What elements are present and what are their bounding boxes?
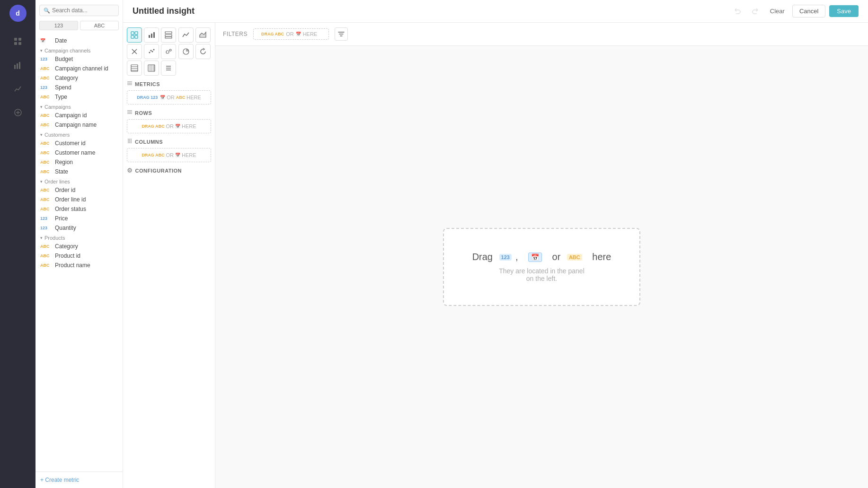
svg-rect-16 [165, 35, 172, 36]
sidebar-nav-chart[interactable] [8, 55, 28, 76]
list-item[interactable]: 123 Spend [35, 83, 123, 92]
list-item[interactable]: ABC Campaign id [35, 111, 123, 120]
sidebar-nav-add[interactable] [8, 102, 28, 123]
gear-icon: ⚙ [127, 167, 133, 174]
list-item[interactable]: ABC Region [35, 157, 123, 167]
badge-str: ABC [40, 150, 53, 155]
group-label: Campaign channels [44, 48, 90, 53]
columns-label: COLUMNS [135, 139, 163, 145]
list-item[interactable]: 123 Budget [35, 54, 123, 64]
save-button[interactable]: Save [829, 5, 859, 17]
undo-button[interactable] [730, 4, 744, 18]
page-title: Untitled insight [133, 6, 195, 16]
data-item-date[interactable]: 📅 Date [35, 36, 123, 45]
create-metric-button[interactable]: + Create metric [40, 477, 79, 483]
svg-rect-11 [135, 35, 138, 38]
rows-header: ROWS [127, 109, 211, 116]
list-item[interactable]: ABC Category [35, 73, 123, 83]
list-item[interactable]: ABC Campaign name [35, 120, 123, 130]
svg-point-25 [169, 49, 171, 51]
list-item[interactable]: ABC Product name [35, 261, 123, 270]
rows-icon [127, 109, 133, 116]
group-order-lines[interactable]: ▾ Order lines [35, 176, 123, 185]
item-label: Region [55, 159, 73, 166]
list-item[interactable]: ABC Order status [35, 204, 123, 214]
chart-type-grid [127, 27, 211, 76]
item-label: Order status [55, 206, 86, 212]
rows-drop-text: DRAG ABC [142, 124, 164, 129]
chart-type-cross[interactable] [127, 44, 142, 59]
list-item[interactable]: ABC Customer id [35, 139, 123, 148]
group-products[interactable]: ▾ Products [35, 233, 123, 242]
drag-text-or: or [552, 252, 563, 262]
chart-type-bar[interactable] [144, 27, 159, 43]
logo-text: d [16, 9, 20, 17]
list-item[interactable]: 123 Quantity [35, 223, 123, 233]
list-item[interactable]: ABC Category [35, 242, 123, 251]
list-item[interactable]: ABC Campaign channel id [35, 64, 123, 73]
clear-button[interactable]: Clear [766, 6, 788, 17]
main-area: Untitled insight Clear Cancel Save [123, 0, 868, 488]
list-item[interactable]: ABC Product id [35, 251, 123, 261]
list-item[interactable]: 123 Price [35, 214, 123, 223]
group-campaigns[interactable]: ▾ Campaigns [35, 102, 123, 111]
cancel-button[interactable]: Cancel [792, 5, 825, 17]
chart-type-line[interactable] [178, 27, 194, 43]
chart-type-pivot[interactable] [161, 27, 176, 43]
item-label: Customer name [55, 149, 95, 156]
item-label: Campaign channel id [55, 65, 108, 72]
list-item[interactable]: ABC Order line id [35, 195, 123, 204]
chart-type-list[interactable] [161, 61, 176, 76]
chart-type-col-table[interactable] [144, 61, 159, 76]
metrics-section: METRICS DRAG 123 📅 OR ABC HERE [127, 80, 211, 105]
list-item[interactable]: ABC Customer name [35, 148, 123, 157]
columns-drop-here: HERE [182, 152, 196, 158]
chevron-icon: ▾ [40, 235, 43, 240]
columns-drop-zone[interactable]: DRAG ABC OR 📅 HERE [127, 148, 211, 162]
metrics-drop-here: HERE [186, 95, 201, 100]
config-panel: METRICS DRAG 123 📅 OR ABC HERE [123, 23, 215, 488]
type-pill-123[interactable]: 123 [39, 21, 78, 30]
svg-rect-6 [19, 62, 20, 69]
type-pill-abc[interactable]: ABC [80, 21, 119, 30]
sidebar-nav-insight[interactable] [8, 78, 28, 99]
filter-settings-button[interactable] [335, 27, 348, 41]
group-label: Campaigns [44, 104, 71, 110]
configuration-section: ⚙ CONFIGURATION [127, 167, 211, 174]
badge-num: 123 [40, 85, 53, 90]
filter-drop-zone[interactable]: DRAG ABC OR 📅 HERE [253, 28, 329, 40]
list-item[interactable]: ABC Type [35, 92, 123, 102]
columns-drop-or: OR [166, 152, 174, 158]
badge-str: ABC [40, 76, 53, 80]
chart-type-area[interactable] [195, 27, 211, 43]
search-wrap[interactable]: 🔍 [39, 5, 119, 16]
metrics-drop-zone[interactable]: DRAG 123 📅 OR ABC HERE [127, 90, 211, 105]
list-item[interactable]: ABC Order id [35, 185, 123, 195]
badge-str: ABC [40, 95, 53, 99]
list-item[interactable]: ABC State [35, 167, 123, 176]
sidebar-nav-grid[interactable] [8, 31, 28, 52]
item-label: Price [55, 215, 68, 222]
item-label: Budget [55, 56, 73, 62]
redo-button[interactable] [748, 4, 762, 18]
drag-badge-123: 123 [499, 254, 512, 261]
chart-type-row-table[interactable] [127, 61, 142, 76]
rows-drop-zone[interactable]: DRAG ABC OR 📅 HERE [127, 119, 211, 133]
badge-str: ABC [40, 207, 53, 211]
app-logo[interactable]: d [9, 5, 27, 22]
chart-type-pie[interactable] [178, 44, 194, 59]
data-panel-search-area: 🔍 [35, 0, 123, 19]
data-panel-footer: + Create metric [35, 471, 123, 488]
group-campaign-channels[interactable]: ▾ Campaign channels [35, 45, 123, 54]
item-label: Spend [55, 84, 71, 91]
chevron-icon: ▾ [40, 105, 43, 109]
metrics-drop-badge-str: ABC [176, 95, 186, 100]
search-input[interactable] [52, 7, 115, 14]
svg-point-23 [153, 49, 155, 51]
chart-type-scatter[interactable] [144, 44, 159, 59]
badge-str: ABC [40, 253, 53, 258]
chart-type-refresh[interactable] [195, 44, 211, 59]
chart-type-bubble[interactable] [161, 44, 176, 59]
group-customers[interactable]: ▾ Customers [35, 130, 123, 139]
chart-type-table[interactable] [127, 27, 142, 43]
